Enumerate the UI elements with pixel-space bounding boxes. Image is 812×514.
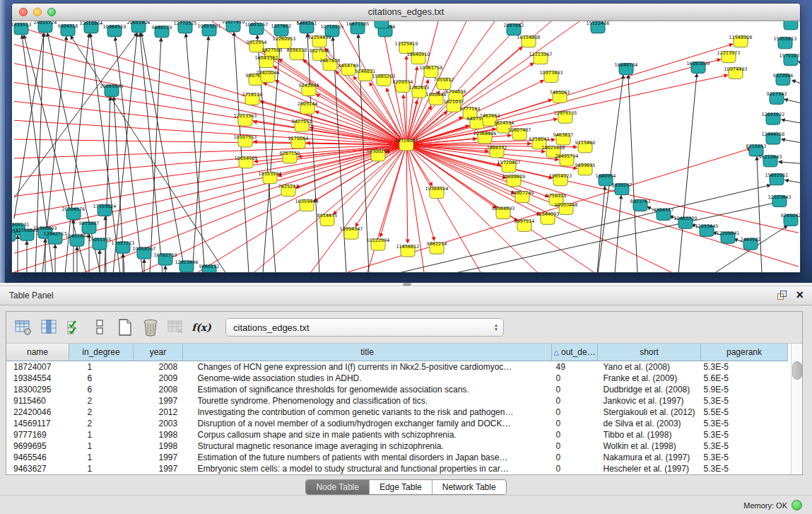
network-canvas[interactable]: 1835513240557249504318126108641046451920…	[12, 21, 800, 272]
graph-node[interactable]: 16083809	[686, 61, 710, 74]
table-cell[interactable]: 0	[552, 429, 598, 440]
column-header-out_de[interactable]: △out_de…	[552, 344, 598, 361]
table-row[interactable]: 946554611997Estimation of the future num…	[6, 452, 788, 463]
graph-node[interactable]: 9860132	[199, 264, 220, 272]
table-cell[interactable]: 0	[552, 384, 598, 395]
tab-node-table[interactable]: Node Table	[306, 480, 369, 494]
graph-node[interactable]: 12213967	[529, 52, 552, 64]
citation-network-graph[interactable]: 1835513240557249504318126108641046451920…	[12, 21, 800, 272]
graph-node[interactable]: 9975887	[79, 221, 100, 233]
table-cell[interactable]: 1997	[134, 452, 183, 463]
graph-node[interactable]: 8997514	[514, 218, 535, 231]
graph-node[interactable]: 12610864	[79, 21, 102, 33]
graph-node[interactable]: 7625241	[278, 184, 299, 197]
graph-node[interactable]: 9699695	[575, 163, 596, 175]
table-cell[interactable]: 2	[69, 407, 134, 418]
table-cell[interactable]: 1	[69, 463, 134, 474]
table-cell[interactable]: 6	[69, 373, 134, 384]
table-cell[interactable]: 9115460	[6, 395, 69, 407]
graph-node[interactable]: 12208841	[716, 230, 739, 243]
table-cell[interactable]: 2012	[134, 407, 183, 418]
table-cell[interactable]: 1997	[134, 463, 183, 474]
graph-node[interactable]: 24055724	[33, 21, 57, 33]
graph-node[interactable]: 19654923	[548, 173, 572, 186]
table-cell[interactable]: Jankovic et al. (1997)	[598, 395, 701, 407]
graph-node[interactable]: 2087682	[504, 23, 524, 35]
table-cell[interactable]: 5.3E-5	[701, 395, 788, 407]
table-cell[interactable]: 5.3E-5	[701, 440, 788, 452]
table-cell[interactable]: 2003	[134, 418, 183, 429]
table-cell[interactable]: 5.6E-5	[701, 373, 788, 384]
divider-grip-icon[interactable]	[403, 283, 411, 286]
graph-node[interactable]: 10853251	[197, 23, 220, 36]
graph-node[interactable]: 10807487	[507, 127, 531, 140]
function-builder-button[interactable]: f(x)	[192, 317, 211, 337]
table-cell[interactable]: 5.3E-5	[701, 418, 788, 429]
table-cell[interactable]: 5.3E-5	[701, 463, 788, 474]
table-selector-dropdown[interactable]: citations_edges.txt ▲▼	[225, 318, 504, 337]
table-cell[interactable]: Changes of HCN gene expression and I(f) …	[183, 361, 552, 373]
graph-node[interactable]: 12254439	[307, 35, 331, 47]
graph-node[interactable]: 11093445	[695, 223, 718, 236]
graph-node[interactable]: 18353594	[258, 171, 281, 184]
table-cell[interactable]: 6	[69, 384, 134, 395]
graph-node[interactable]: 7485063	[550, 90, 570, 103]
graph-node[interactable]: 9329966	[773, 73, 794, 86]
scrollbar-thumb[interactable]	[792, 361, 802, 380]
graph-node[interactable]: 9242844	[299, 83, 319, 95]
column-header-name[interactable]: name	[6, 344, 69, 361]
graph-node[interactable]: 12213973	[717, 50, 740, 63]
delete-table-button[interactable]	[166, 317, 186, 337]
graph-node[interactable]: 8939197	[612, 182, 632, 195]
table-row[interactable]: 969969511998Structural magnetic resonanc…	[6, 440, 788, 452]
table-cell[interactable]: 5.3E-5	[701, 452, 788, 463]
graph-node[interactable]: 9504317	[654, 207, 674, 220]
graph-node[interactable]: 18640910	[406, 52, 430, 64]
delete-column-button[interactable]	[141, 317, 160, 337]
graph-node[interactable]: 9504318	[58, 23, 78, 36]
graph-node[interactable]: 16671385	[346, 21, 369, 34]
table-cell[interactable]: 19384554	[6, 373, 69, 384]
graph-node[interactable]: 12975135	[553, 110, 577, 123]
graph-node[interactable]: 20206576	[61, 207, 85, 220]
table-row[interactable]: 2242004622012Investigating the contribut…	[6, 407, 788, 418]
table-row[interactable]: 1872400712008Changes of HCN gene express…	[6, 361, 788, 373]
table-cell[interactable]: 22420046	[6, 407, 69, 418]
table-cell[interactable]: 2008	[134, 384, 183, 395]
graph-node[interactable]: 10653257	[245, 22, 268, 35]
graph-node[interactable]: 19384554	[425, 186, 448, 199]
graph-node[interactable]: 10527610	[221, 21, 245, 32]
table-cell[interactable]: 1	[69, 440, 134, 452]
table-cell[interactable]: Stergiakouli et al. (2012)	[598, 407, 701, 418]
table-cell[interactable]: de Silva et al. (2003)	[598, 418, 701, 429]
table-cell[interactable]: 2	[69, 395, 134, 407]
graph-node[interactable]: 8914475	[317, 213, 338, 226]
graph-node[interactable]: 12444158	[761, 132, 784, 144]
graph-node[interactable]: 9504121	[781, 21, 800, 30]
graph-node[interactable]: 1835513	[12, 22, 31, 35]
graph-node[interactable]: 9227343	[767, 91, 787, 104]
table-cell[interactable]: 0	[552, 395, 598, 407]
graph-node[interactable]: 9245042	[781, 213, 800, 226]
close-panel-icon[interactable]: ×	[796, 289, 804, 300]
table-cell[interactable]: 2	[69, 418, 134, 429]
table-cell[interactable]: 1	[69, 452, 134, 463]
column-header-year[interactable]: year	[134, 344, 183, 361]
table-cell[interactable]: 5.3E-5	[701, 361, 788, 373]
table-cell[interactable]: 5.3E-5	[701, 429, 788, 440]
table-cell[interactable]: Franke et al. (2009)	[598, 373, 701, 384]
table-cell[interactable]: Nakamura et al. (1997)	[598, 452, 701, 463]
graph-node[interactable]: 2718126	[242, 92, 263, 105]
graph-node[interactable]: 16359444	[295, 199, 318, 211]
table-cell[interactable]: 2008	[134, 361, 183, 373]
table-cell[interactable]: 1	[69, 429, 134, 440]
graph-node[interactable]: 11451944	[65, 233, 88, 246]
new-column-button[interactable]	[115, 317, 135, 337]
table-cell[interactable]: 49	[552, 361, 598, 373]
graph-node[interactable]: 11544093	[536, 211, 559, 224]
tab-edge-table[interactable]: Edge Table	[369, 480, 432, 494]
table-cell[interactable]: 18300295	[6, 384, 69, 395]
table-cell[interactable]: Estimation of the future numbers of pati…	[183, 452, 552, 463]
graph-node[interactable]: 15122436	[586, 21, 609, 33]
table-cell[interactable]: Yano et al. (2008)	[598, 361, 701, 373]
